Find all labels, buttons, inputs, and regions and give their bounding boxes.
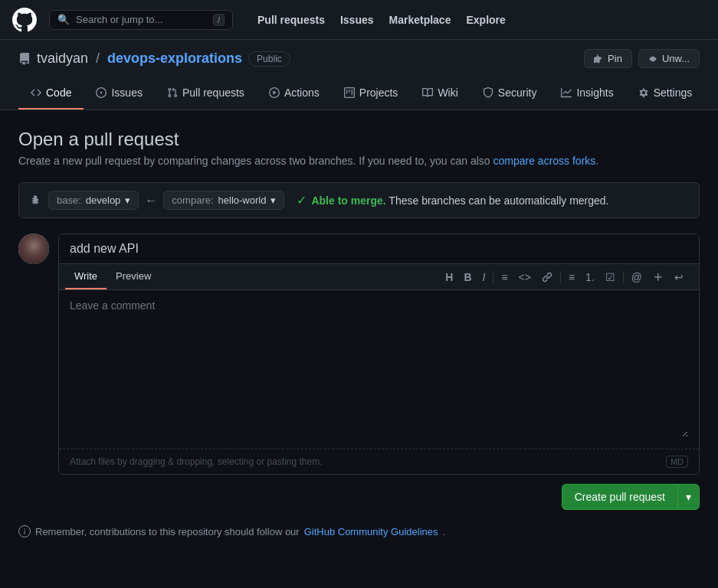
projects-tab-icon bbox=[344, 87, 355, 98]
tab-insights[interactable]: Insights bbox=[549, 77, 625, 109]
repo-title-row: tvaidyan / devops-explorations Public Pi… bbox=[18, 49, 700, 68]
unwatch-button[interactable]: Unw... bbox=[638, 49, 700, 68]
nav-explore[interactable]: Explore bbox=[460, 9, 511, 31]
wiki-tab-icon bbox=[422, 87, 433, 98]
heading-button[interactable]: H bbox=[442, 270, 456, 285]
quote-button[interactable]: ≡ bbox=[498, 270, 510, 285]
merge-status: ✓ Able to merge. These branches can be a… bbox=[297, 193, 608, 207]
subtitle-end: . bbox=[595, 155, 598, 167]
compare-arrows-icon bbox=[30, 194, 42, 207]
footer-note: i Remember, contributions to this reposi… bbox=[18, 525, 700, 537]
tab-settings[interactable]: Settings bbox=[626, 77, 700, 109]
subtitle-text: Create a new pull request by comparing c… bbox=[18, 155, 356, 167]
pin-icon bbox=[594, 54, 603, 64]
actions-tab-icon bbox=[269, 87, 280, 98]
footer-text: Remember, contributions to this reposito… bbox=[35, 526, 300, 537]
merge-sub: These branches can be automatically merg… bbox=[389, 194, 608, 207]
submit-row: Create pull request ▾ bbox=[18, 484, 700, 510]
search-kbd: / bbox=[213, 14, 225, 26]
tab-projects-label: Projects bbox=[359, 87, 398, 99]
info-icon: i bbox=[18, 525, 31, 537]
italic-button[interactable]: I bbox=[480, 270, 489, 285]
repo-slash: / bbox=[96, 51, 100, 67]
nav-issues[interactable]: Issues bbox=[334, 9, 380, 31]
tab-code[interactable]: Code bbox=[18, 77, 84, 109]
repo-owner[interactable]: tvaidyan bbox=[37, 51, 88, 67]
pr-editor: Write Preview H B I ≡ <> bbox=[58, 234, 700, 475]
compare-forks-link[interactable]: compare across forks bbox=[493, 155, 595, 167]
markdown-icon: MD bbox=[666, 456, 688, 468]
back-arrow-icon[interactable]: ← bbox=[145, 194, 157, 207]
tab-issues-label: Issues bbox=[111, 87, 142, 99]
merge-label: Able to merge. bbox=[311, 194, 385, 207]
unordered-list-button[interactable]: ≡ bbox=[566, 270, 578, 285]
create-pr-dropdown-button[interactable]: ▾ bbox=[677, 484, 700, 510]
tab-pull-requests[interactable]: Pull requests bbox=[155, 77, 257, 109]
attach-area: Attach files by dragging & dropping, sel… bbox=[59, 449, 699, 474]
write-tab[interactable]: Write bbox=[65, 264, 107, 289]
code-button[interactable]: <> bbox=[516, 270, 534, 285]
top-nav: 🔍 Search or jump to... / Pull requests I… bbox=[0, 0, 718, 40]
tab-security[interactable]: Security bbox=[470, 77, 549, 109]
bold-button[interactable]: B bbox=[461, 270, 474, 285]
code-tab-icon bbox=[31, 87, 41, 98]
repo-actions: Pin Unw... bbox=[584, 49, 700, 68]
community-guidelines-link[interactable]: GitHub Community Guidelines bbox=[304, 526, 438, 537]
github-logo[interactable] bbox=[12, 8, 37, 32]
insights-tab-icon bbox=[561, 87, 572, 98]
nav-pull-requests[interactable]: Pull requests bbox=[251, 9, 331, 31]
tab-security-label: Security bbox=[498, 87, 537, 99]
editor-toolbar: H B I ≡ <> ≡ 1. bbox=[436, 266, 693, 288]
footer-end: . bbox=[443, 526, 446, 537]
comment-area[interactable] bbox=[59, 290, 699, 449]
tab-insights-label: Insights bbox=[576, 87, 613, 99]
tab-wiki[interactable]: Wiki bbox=[410, 77, 470, 109]
tab-actions-label: Actions bbox=[284, 87, 320, 99]
merge-text: Able to merge. These branches can be aut… bbox=[311, 194, 608, 207]
link-button[interactable] bbox=[539, 270, 556, 284]
avatar-image bbox=[18, 234, 49, 264]
pin-button[interactable]: Pin bbox=[584, 49, 632, 68]
create-pr-button[interactable]: Create pull request bbox=[562, 484, 677, 510]
search-box[interactable]: 🔍 Search or jump to... / bbox=[49, 10, 233, 30]
tab-projects[interactable]: Projects bbox=[332, 77, 411, 109]
subtitle-link-intro: If you need to, you can also bbox=[359, 155, 490, 167]
base-branch-select[interactable]: base: develop ▾ bbox=[48, 191, 139, 210]
settings-tab-icon bbox=[638, 87, 649, 98]
attach-text: Attach files by dragging & dropping, sel… bbox=[70, 456, 323, 467]
nav-marketplace[interactable]: Marketplace bbox=[383, 9, 457, 31]
tab-settings-label: Settings bbox=[654, 87, 693, 99]
pr-form-area: Write Preview H B I ≡ <> bbox=[18, 234, 700, 475]
reference-button[interactable] bbox=[650, 270, 667, 284]
search-icon: 🔍 bbox=[57, 14, 70, 25]
repo-visibility-badge: Public bbox=[248, 51, 290, 67]
pr-tab-icon bbox=[167, 87, 178, 98]
undo-button[interactable]: ↩ bbox=[671, 270, 687, 285]
pin-label: Pin bbox=[608, 53, 622, 64]
pr-title-input[interactable] bbox=[59, 234, 699, 264]
compare-chevron-icon: ▾ bbox=[270, 194, 276, 206]
unwatch-label: Unw... bbox=[662, 53, 690, 64]
repo-name[interactable]: devops-explorations bbox=[107, 51, 242, 67]
preview-tab[interactable]: Preview bbox=[107, 264, 160, 289]
merge-check-icon: ✓ bbox=[297, 193, 307, 207]
task-list-button[interactable]: ☑ bbox=[602, 270, 618, 285]
mention-button[interactable]: @ bbox=[628, 270, 645, 285]
tab-actions[interactable]: Actions bbox=[257, 77, 332, 109]
base-label: base: bbox=[57, 194, 81, 206]
editor-tabs-bar: Write Preview H B I ≡ <> bbox=[59, 264, 699, 290]
branch-compare-bar: base: develop ▾ ← compare: hello-world ▾… bbox=[18, 182, 700, 218]
tab-wiki-label: Wiki bbox=[438, 87, 457, 99]
issues-tab-icon bbox=[96, 87, 107, 98]
comment-textarea[interactable] bbox=[70, 299, 688, 437]
user-avatar bbox=[18, 234, 49, 264]
repo-tabs: Code Issues Pull requests Actions Projec… bbox=[18, 77, 700, 109]
security-tab-icon bbox=[483, 87, 493, 98]
ordered-list-button[interactable]: 1. bbox=[582, 270, 598, 285]
tab-issues[interactable]: Issues bbox=[84, 77, 154, 109]
tab-code-label: Code bbox=[46, 87, 71, 99]
search-placeholder: Search or jump to... bbox=[76, 14, 162, 25]
toolbar-divider-2 bbox=[560, 271, 561, 283]
compare-branch-select[interactable]: compare: hello-world ▾ bbox=[163, 191, 284, 210]
toolbar-divider-1 bbox=[493, 271, 493, 283]
